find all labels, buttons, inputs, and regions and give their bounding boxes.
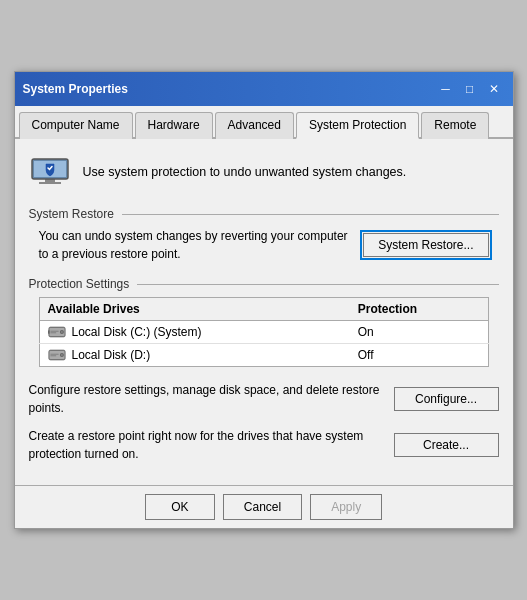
drive-c-cell: Local Disk (C:) (System) [39, 321, 350, 344]
tab-remote[interactable]: Remote [421, 112, 489, 139]
svg-rect-10 [50, 332, 56, 333]
protection-settings-body: Available Drives Protection [29, 297, 499, 367]
drives-table: Available Drives Protection [39, 297, 489, 367]
svg-rect-17 [50, 355, 56, 356]
col-protection: Protection [350, 298, 488, 321]
ok-button[interactable]: OK [145, 494, 215, 520]
svg-rect-9 [50, 331, 58, 332]
create-button[interactable]: Create... [394, 433, 499, 457]
system-restore-section: System Restore You can undo system chang… [29, 207, 499, 263]
tab-advanced[interactable]: Advanced [215, 112, 294, 139]
drive-c-name: Local Disk (C:) (System) [72, 325, 202, 339]
svg-point-15 [61, 354, 63, 356]
restore-description: You can undo system changes by reverting… [39, 227, 354, 263]
hdd-system-icon [48, 325, 66, 339]
drive-d-name: Local Disk (D:) [72, 348, 151, 362]
tab-system-protection[interactable]: System Protection [296, 112, 419, 139]
top-info-section: Use system protection to undo unwanted s… [29, 151, 499, 193]
svg-rect-16 [50, 354, 58, 355]
drive-d-protection: Off [350, 344, 488, 367]
system-properties-window: System Properties ─ □ ✕ Computer Name Ha… [14, 71, 514, 529]
svg-rect-11 [48, 330, 50, 333]
title-bar-buttons: ─ □ ✕ [435, 78, 505, 100]
cancel-button[interactable]: Cancel [223, 494, 302, 520]
system-restore-title: System Restore [29, 207, 499, 221]
top-info-text: Use system protection to undo unwanted s… [83, 165, 407, 179]
close-button[interactable]: ✕ [483, 78, 505, 100]
svg-point-8 [61, 331, 63, 333]
system-restore-button[interactable]: System Restore... [363, 233, 488, 257]
maximize-button[interactable]: □ [459, 78, 481, 100]
minimize-button[interactable]: ─ [435, 78, 457, 100]
apply-button[interactable]: Apply [310, 494, 382, 520]
create-description: Create a restore point right now for the… [29, 427, 384, 463]
system-restore-body: You can undo system changes by reverting… [29, 227, 499, 263]
tab-computer-name[interactable]: Computer Name [19, 112, 133, 139]
configure-button[interactable]: Configure... [394, 387, 499, 411]
table-row[interactable]: Local Disk (D:) Off [39, 344, 488, 367]
configure-row: Configure restore settings, manage disk … [29, 381, 499, 417]
svg-rect-2 [39, 182, 61, 184]
tabs-container: Computer Name Hardware Advanced System P… [15, 106, 513, 139]
protection-settings-section: Protection Settings Available Drives Pro… [29, 277, 499, 367]
hdd-icon [48, 348, 66, 362]
title-bar: System Properties ─ □ ✕ [15, 72, 513, 106]
tab-hardware[interactable]: Hardware [135, 112, 213, 139]
protection-settings-title: Protection Settings [29, 277, 499, 291]
window-title: System Properties [23, 82, 128, 96]
configure-description: Configure restore settings, manage disk … [29, 381, 384, 417]
restore-row: You can undo system changes by reverting… [39, 227, 489, 263]
table-row[interactable]: Local Disk (C:) (System) On [39, 321, 488, 344]
tab-content: Use system protection to undo unwanted s… [15, 139, 513, 485]
create-row: Create a restore point right now for the… [29, 427, 499, 463]
footer: OK Cancel Apply [15, 485, 513, 528]
drive-c-protection: On [350, 321, 488, 344]
drive-d-cell: Local Disk (D:) [39, 344, 350, 367]
shield-computer-icon [29, 151, 71, 193]
col-available-drives: Available Drives [39, 298, 350, 321]
